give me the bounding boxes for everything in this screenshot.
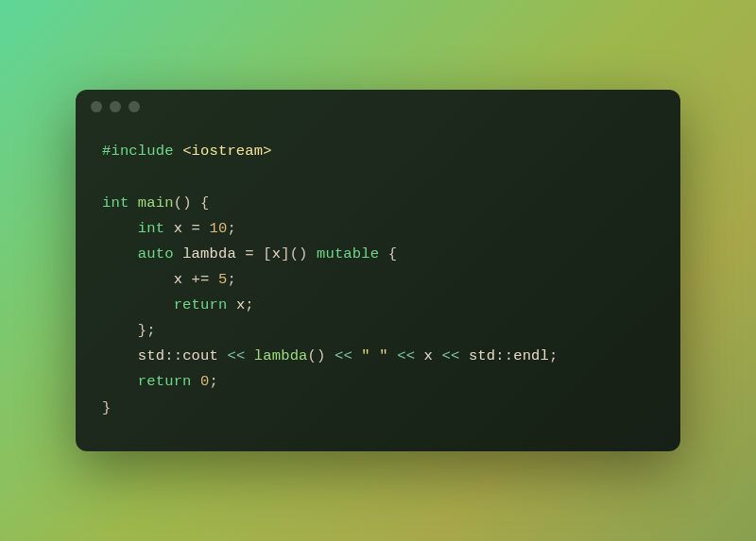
code-token: [192, 373, 200, 390]
code-token: [174, 143, 182, 160]
code-token: int: [138, 220, 164, 237]
maximize-icon[interactable]: [129, 101, 140, 112]
code-line: auto lambda = [x]() mutable {: [102, 242, 654, 267]
code-window: #include <iostream> int main() { int x =…: [76, 90, 680, 450]
titlebar: [76, 90, 680, 124]
code-token: [459, 347, 468, 364]
code-token: ;: [210, 373, 218, 390]
code-token: [102, 220, 138, 237]
code-token: {: [379, 245, 397, 262]
code-token: <<: [442, 347, 460, 364]
code-line: }: [102, 396, 654, 421]
code-token: [102, 271, 174, 288]
code-token: #include: [102, 143, 174, 160]
code-token: ;: [549, 347, 558, 364]
code-token: lambda: [182, 245, 236, 262]
code-token: x: [236, 296, 245, 313]
code-token: () {: [174, 194, 210, 211]
code-line: std::cout << lambda() << " " << x << std…: [102, 344, 654, 369]
code-token: int: [102, 194, 129, 211]
code-token: ;: [227, 271, 235, 288]
code-token: (): [308, 347, 335, 364]
code-token: };: [102, 322, 156, 339]
minimize-icon[interactable]: [110, 101, 121, 112]
code-token: auto: [138, 245, 174, 262]
code-line: #include <iostream>: [102, 139, 654, 164]
code-token: [415, 347, 423, 364]
code-token: [164, 220, 173, 237]
code-token: [352, 347, 361, 364]
code-token: std: [469, 347, 495, 364]
code-token: ::: [164, 347, 182, 364]
code-content: #include <iostream> int main() { int x =…: [76, 124, 680, 450]
code-token: std: [138, 347, 164, 364]
code-token: ::: [495, 347, 513, 364]
code-token: 10: [210, 220, 228, 237]
code-line: [102, 164, 654, 190]
code-token: x: [174, 220, 182, 237]
code-token: x: [424, 347, 433, 364]
code-token: [102, 296, 174, 313]
code-token: = [: [236, 245, 272, 262]
code-line: return x;: [102, 293, 654, 318]
code-token: 0: [200, 373, 209, 390]
close-icon[interactable]: [91, 101, 102, 112]
code-token: " ": [361, 347, 387, 364]
code-token: [129, 194, 137, 211]
code-token: ;: [227, 220, 235, 237]
code-token: return: [174, 296, 228, 313]
code-token: =: [182, 220, 209, 237]
code-token: ](): [281, 245, 317, 262]
code-token: x: [174, 271, 182, 288]
code-token: lambda: [254, 347, 308, 364]
code-token: return: [138, 373, 192, 390]
code-token: 5: [218, 271, 227, 288]
code-token: ;: [245, 296, 253, 313]
code-token: cout: [182, 347, 218, 364]
code-token: mutable: [317, 245, 379, 262]
code-token: [102, 373, 138, 390]
code-line: int x = 10;: [102, 216, 654, 242]
code-token: main: [138, 194, 174, 211]
code-line: int main() {: [102, 191, 654, 216]
code-token: x: [272, 245, 281, 262]
code-token: <<: [227, 347, 245, 364]
code-line: };: [102, 318, 654, 344]
code-token: [245, 347, 253, 364]
code-token: [218, 347, 227, 364]
code-token: endl: [513, 347, 549, 364]
code-token: [227, 296, 235, 313]
code-token: }: [102, 399, 111, 416]
code-token: [102, 347, 138, 364]
code-line: return 0;: [102, 369, 654, 395]
code-token: [174, 245, 182, 262]
code-token: [433, 347, 441, 364]
code-token: +=: [182, 271, 218, 288]
code-token: <<: [335, 347, 352, 364]
code-token: [102, 245, 138, 262]
code-line: x += 5;: [102, 267, 654, 293]
code-token: <iostream>: [182, 143, 272, 160]
code-token: [388, 347, 397, 364]
code-token: <<: [397, 347, 415, 364]
